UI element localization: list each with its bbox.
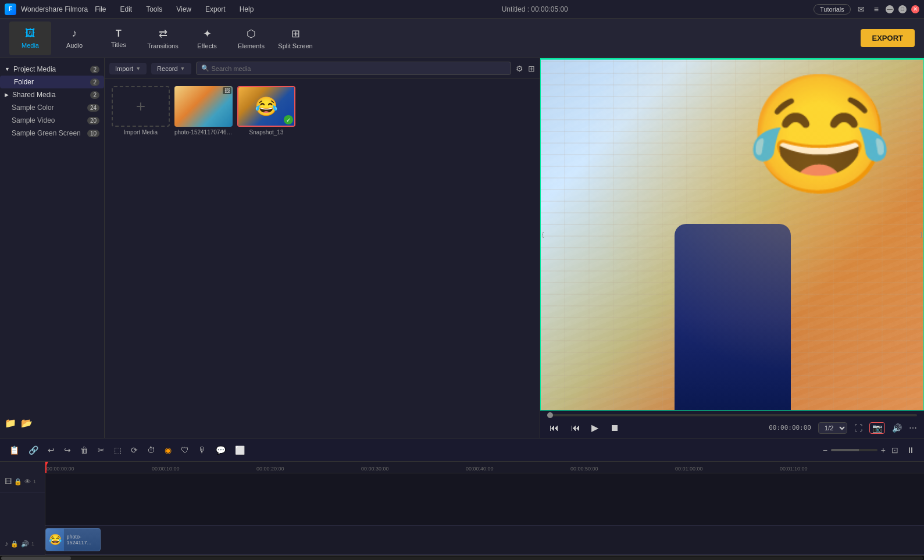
menu-help[interactable]: Help xyxy=(237,4,256,15)
delete-button[interactable]: 🗑 xyxy=(78,444,91,456)
sidebar-sample-color[interactable]: Sample Color 24 xyxy=(0,101,104,114)
selected-check-icon: ✓ xyxy=(284,115,293,124)
new-folder-button[interactable]: 📁 xyxy=(5,418,16,429)
more-button[interactable]: ⋯ xyxy=(909,423,917,433)
overlay-button[interactable]: ⬜ xyxy=(233,444,247,456)
menu-icon[interactable]: ≡ xyxy=(872,3,881,15)
rotate-button[interactable]: ⟳ xyxy=(129,444,140,456)
menu-bar: File Edit Tools View Export Help xyxy=(92,4,256,15)
volume-audio-icon[interactable]: 🔊 xyxy=(21,540,29,548)
play-button[interactable]: ▶ xyxy=(589,421,601,434)
step-back-button[interactable]: ⏭ xyxy=(568,422,582,434)
cut-button[interactable]: ✂ xyxy=(95,444,107,456)
sidebar-shared-name: Shared Media xyxy=(12,91,87,99)
zoom-out-button[interactable]: − xyxy=(823,445,827,455)
crop-button[interactable]: ⬚ xyxy=(112,444,124,456)
lock-audio-icon[interactable]: 🔒 xyxy=(10,540,19,548)
audio-track-number: 1 xyxy=(31,541,34,547)
ruler-mark-0: 00:00:00:00 xyxy=(47,466,74,472)
snap13-thumb: 😂 ✓ xyxy=(237,86,295,127)
subtitle-button[interactable]: 💬 xyxy=(213,444,228,456)
horizontal-scrollbar[interactable] xyxy=(0,555,924,560)
video-clip[interactable]: 😂 photo-1524117... xyxy=(45,528,101,551)
sidebar-shared-media[interactable]: ▶ Shared Media 2 xyxy=(0,88,104,101)
record-button[interactable]: Record ▼ xyxy=(151,63,191,74)
import-media-item[interactable]: + Import Media xyxy=(112,86,170,135)
expand-icon: ▼ xyxy=(5,66,10,72)
toolbar-elements-label: Elements xyxy=(238,42,265,49)
toolbar-titles-label: Titles xyxy=(111,41,126,48)
ripple-button[interactable]: ⏸ xyxy=(904,444,917,456)
import-button[interactable]: Import ▼ xyxy=(109,63,147,74)
toolbar-elements[interactable]: ⬡ Elements xyxy=(230,22,272,55)
snap13-label: Snapshot_13 xyxy=(249,129,284,135)
menu-tools[interactable]: Tools xyxy=(144,4,165,15)
zoom-slider[interactable] xyxy=(831,449,877,451)
menu-edit[interactable]: Edit xyxy=(118,4,135,15)
sidebar-sample-video[interactable]: Sample Video 20 xyxy=(0,114,104,127)
color-button[interactable]: ◉ xyxy=(162,444,174,456)
filter-button[interactable]: ⚙ xyxy=(516,64,523,73)
sidebar-sample-greenscreen[interactable]: Sample Green Screen 10 xyxy=(0,127,104,140)
video-track-icon: 🎞 xyxy=(5,477,12,486)
redo-button[interactable]: ↪ xyxy=(62,444,73,456)
timeline-playhead[interactable] xyxy=(45,462,47,473)
folder-open-button[interactable]: 📂 xyxy=(21,418,33,429)
sidebar-count-3: 24 xyxy=(87,104,99,112)
toolbar-transitions[interactable]: ⇄ Transitions xyxy=(142,22,184,55)
toolbar-splitscreen[interactable]: ⊞ Split Screen xyxy=(274,22,316,55)
toolbar-media[interactable]: 🖼 Media xyxy=(9,22,51,55)
toolbar-audio[interactable]: ♪ Audio xyxy=(53,22,95,55)
snapshot-button[interactable]: 📷 xyxy=(869,422,885,434)
export-button[interactable]: EXPORT xyxy=(861,29,915,47)
sidebar-folder[interactable]: Folder 2 xyxy=(0,76,104,88)
stop-button[interactable]: ⏹ xyxy=(608,422,622,434)
message-icon[interactable]: ✉ xyxy=(855,3,867,15)
playback-speed-select[interactable]: 1/2 1/4 1 xyxy=(818,422,847,434)
lock-video-icon[interactable]: 🔒 xyxy=(14,478,22,486)
preview-scrubber[interactable] xyxy=(547,414,917,416)
voice-button[interactable]: 🎙 xyxy=(196,444,209,456)
timeline-body: 🎞 🔒 👁 1 ♪ 🔒 🔊 1 00:00:00:00 00:00:10:00 … xyxy=(0,462,924,555)
timeline-toolbar: 📋 🔗 ↩ ↪ 🗑 ✂ ⬚ ⟳ ⏱ ◉ 🛡 🎙 💬 ⬜ − + ⊡ ⏸ xyxy=(0,438,924,462)
add-media-button[interactable]: 📋 xyxy=(7,444,22,456)
toolbar-titles[interactable]: T Titles xyxy=(98,22,140,55)
toolbar-effects[interactable]: ✦ Effects xyxy=(186,22,228,55)
media-item-snap13[interactable]: 😂 ✓ Snapshot_13 xyxy=(237,86,295,135)
stabilize-button[interactable]: 🛡 xyxy=(179,444,191,456)
tutorials-button[interactable]: Tutorials xyxy=(814,4,851,15)
scroll-thumb[interactable] xyxy=(1,557,71,560)
link-button[interactable]: 🔗 xyxy=(26,444,41,456)
scroll-track[interactable] xyxy=(1,557,923,560)
search-input[interactable] xyxy=(212,65,506,72)
video-track: 😂 photo-1524117... xyxy=(45,526,924,555)
menu-file[interactable]: File xyxy=(92,4,108,15)
audio-track-label: ♪ 🔒 🔊 1 xyxy=(0,533,45,555)
menu-export[interactable]: Export xyxy=(203,4,228,15)
splitscreen-icon: ⊞ xyxy=(291,27,300,40)
import-thumb[interactable]: + xyxy=(112,86,170,127)
menu-view[interactable]: View xyxy=(174,4,194,15)
minimize-button[interactable]: — xyxy=(886,5,894,13)
audio-track xyxy=(45,555,924,555)
scrubber-thumb[interactable] xyxy=(547,412,553,418)
zoom-in-button[interactable]: + xyxy=(881,445,886,455)
preview-canvas: 😂 xyxy=(541,59,923,410)
volume-button[interactable]: 🔊 xyxy=(892,423,902,433)
speed-button[interactable]: ⏱ xyxy=(145,444,158,456)
grid-toggle-button[interactable]: ⊞ xyxy=(528,64,535,73)
media-item-photo1[interactable]: 🖼 photo-15241170746881-... xyxy=(174,86,233,135)
import-chevron: ▼ xyxy=(135,66,141,72)
sidebar-project-media[interactable]: ▼ Project Media 2 xyxy=(0,63,104,76)
close-button[interactable]: ✕ xyxy=(911,5,919,13)
toolbar-splitscreen-label: Split Screen xyxy=(278,42,312,49)
rewind-button[interactable]: ⏮ xyxy=(547,422,561,434)
sidebar-sample-color-name: Sample Color xyxy=(12,104,84,112)
title-bar: F Wondershare Filmora File Edit Tools Vi… xyxy=(0,0,924,19)
fit-button[interactable]: ⊡ xyxy=(889,444,901,456)
maximize-button[interactable]: □ xyxy=(898,5,907,13)
effects-icon: ✦ xyxy=(203,27,212,40)
undo-button[interactable]: ↩ xyxy=(45,444,57,456)
fullscreen-button[interactable]: ⛶ xyxy=(854,423,862,433)
eye-video-icon[interactable]: 👁 xyxy=(24,478,31,485)
